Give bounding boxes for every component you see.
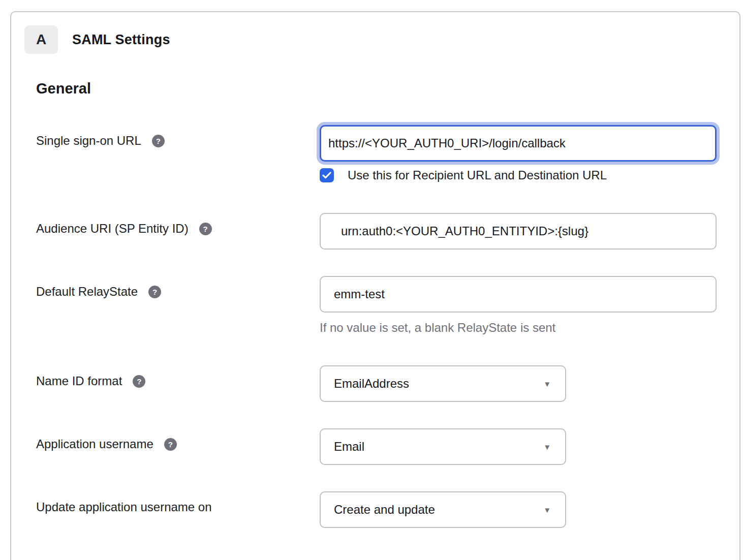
application-username-select[interactable]: Email ▼ — [320, 428, 566, 465]
sso-url-control: Use this for Recipient URL and Destinati… — [320, 125, 717, 182]
application-username-control: Email ▼ — [320, 428, 716, 465]
help-icon[interactable]: ? — [199, 223, 212, 235]
recipient-url-checkbox[interactable] — [320, 168, 334, 182]
chevron-down-icon: ▼ — [543, 380, 551, 388]
help-icon[interactable]: ? — [133, 375, 145, 388]
relay-state-control: If no value is set, a blank RelayState i… — [320, 276, 717, 335]
row-audience-uri: Audience URI (SP Entity ID) ? — [36, 213, 716, 250]
update-application-username-label: Update application username on — [36, 500, 212, 515]
saml-settings-panel: A SAML Settings General Single sign-on U… — [10, 11, 740, 560]
update-application-username-label-group: Update application username on — [36, 491, 320, 528]
sso-url-label-group: Single sign-on URL ? — [36, 125, 320, 182]
name-id-format-label: Name ID format — [36, 374, 122, 389]
audience-uri-label-group: Audience URI (SP Entity ID) ? — [36, 213, 320, 250]
row-default-relay-state: Default RelayState ? If no value is set,… — [36, 276, 716, 335]
sso-url-input[interactable] — [320, 125, 717, 162]
row-application-username: Application username ? Email ▼ — [36, 428, 716, 465]
name-id-format-label-group: Name ID format ? — [36, 365, 320, 402]
name-id-format-value: EmailAddress — [334, 377, 409, 391]
checkmark-icon — [322, 172, 331, 179]
panel-title: SAML Settings — [72, 32, 170, 48]
recipient-url-checkbox-row: Use this for Recipient URL and Destinati… — [320, 168, 717, 182]
application-username-label: Application username — [36, 437, 153, 452]
help-icon[interactable]: ? — [164, 438, 177, 451]
section-badge: A — [24, 25, 58, 54]
update-application-username-select[interactable]: Create and update ▼ — [320, 491, 566, 528]
relay-state-input[interactable] — [320, 276, 717, 313]
chevron-down-icon: ▼ — [543, 506, 551, 514]
application-username-label-group: Application username ? — [36, 428, 320, 465]
update-application-username-control: Create and update ▼ — [320, 491, 716, 528]
audience-uri-control — [320, 213, 717, 250]
update-application-username-value: Create and update — [334, 503, 435, 517]
recipient-url-checkbox-label[interactable]: Use this for Recipient URL and Destinati… — [348, 168, 607, 182]
row-update-application-username: Update application username on Create an… — [36, 491, 716, 528]
audience-uri-input[interactable] — [320, 213, 717, 250]
help-icon[interactable]: ? — [148, 286, 161, 298]
name-id-format-control: EmailAddress ▼ — [320, 365, 716, 402]
relay-state-label: Default RelayState — [36, 284, 138, 299]
relay-state-label-group: Default RelayState ? — [36, 276, 320, 335]
relay-state-helper-text: If no value is set, a blank RelayState i… — [320, 321, 717, 335]
chevron-down-icon: ▼ — [543, 443, 551, 451]
audience-uri-label: Audience URI (SP Entity ID) — [36, 221, 189, 236]
help-icon[interactable]: ? — [152, 135, 165, 147]
name-id-format-select[interactable]: EmailAddress ▼ — [320, 365, 566, 402]
application-username-value: Email — [334, 440, 364, 454]
row-name-id-format: Name ID format ? EmailAddress ▼ — [36, 365, 716, 402]
panel-header: A SAML Settings — [24, 25, 716, 54]
general-heading: General — [36, 80, 716, 97]
row-sso-url: Single sign-on URL ? Use this for Recipi… — [36, 125, 716, 182]
sso-url-label: Single sign-on URL — [36, 133, 141, 148]
